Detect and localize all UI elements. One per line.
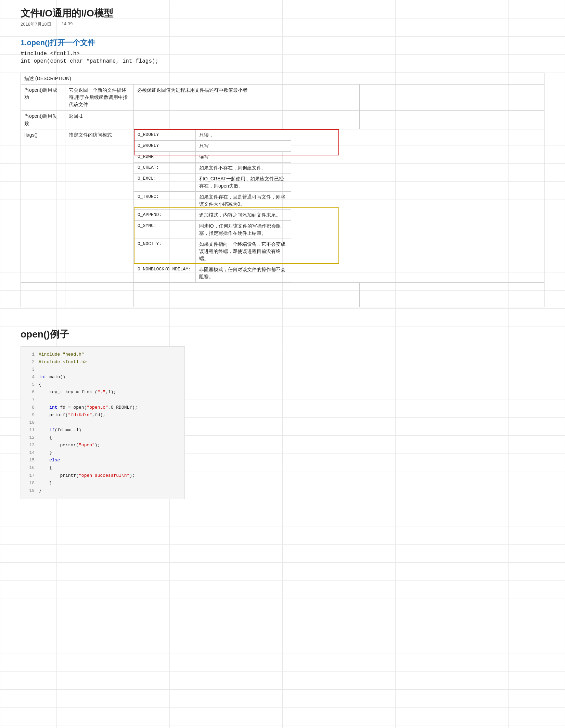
code-line-4: 4 int main() bbox=[28, 373, 178, 381]
ct-15: else bbox=[39, 457, 178, 464]
flag-excl: O_EXCL: 和O_CREAT一起使用，如果该文件已经存在，则open失败。 bbox=[134, 174, 291, 192]
code-line-1: 1 #include "head.h" bbox=[28, 351, 178, 358]
flag-trunc: O_TRUNC: 如果文件存在，且是普通可写文件，则将该文件大小缩减为0。 bbox=[134, 192, 291, 210]
code-block: 1 #include "head.h" 2 #include <fcntl.h>… bbox=[21, 346, 185, 499]
ln-7: 7 bbox=[28, 396, 35, 404]
include-line: #include <fcntl.h> bbox=[21, 51, 544, 57]
ln-18: 18 bbox=[28, 480, 35, 487]
flag-trunc-desc: 如果文件存在，且是普通可写文件，则将该文件大小缩减为0。 bbox=[195, 192, 291, 210]
code-line-19: 19 } bbox=[28, 487, 178, 495]
ct-6: key_t key = ftok (".",1); bbox=[39, 388, 178, 396]
ct-11: if(fd == -1) bbox=[39, 426, 178, 434]
signature-line: int open(const char *pathname, int flags… bbox=[21, 58, 544, 64]
flags-desc: 指定文件的访问模式 bbox=[65, 129, 134, 283]
ln-8: 8 bbox=[28, 404, 35, 411]
flag-wronly-name: O_WRONLY bbox=[134, 141, 196, 152]
row-flags: flags() 指定文件的访问模式 文件访问模式标志 文件创建标志 bbox=[21, 129, 544, 283]
flag-append-desc: 追加模式，内容之间添加到文件末尾。 bbox=[195, 210, 291, 221]
flag-creat-desc: 如果文件不存在，则创建文件。 bbox=[195, 163, 291, 174]
empty-row-2 bbox=[21, 295, 544, 307]
flag-rdonly-desc: 只读， bbox=[195, 130, 291, 141]
open-fail-desc: 返回-1 bbox=[65, 111, 134, 129]
code-line-13: 13 perror("open"); bbox=[28, 442, 178, 449]
ln-16: 16 bbox=[28, 464, 35, 472]
ln-5: 5 bbox=[28, 381, 35, 388]
flag-creat-name: O_CREAT: bbox=[134, 163, 196, 174]
ln-2: 2 bbox=[28, 358, 35, 366]
flag-excl-desc: 和O_CREAT一起使用，如果该文件已经存在，则open失败。 bbox=[195, 174, 291, 192]
open-success-label: 当open()调用成功 bbox=[21, 85, 65, 111]
ln-11: 11 bbox=[28, 426, 35, 434]
flag-nonblock: O_NONBLOCK/O_NDELAY: 非阻塞模式，任何对该文件的操作都不会阻… bbox=[134, 264, 291, 282]
ln-3: 3 bbox=[28, 366, 35, 373]
flags-label: flags() bbox=[21, 129, 65, 283]
open-fail-empty3 bbox=[360, 111, 544, 129]
flag-append: O_APPEND: 追加模式，内容之间添加到文件末尾。 bbox=[134, 210, 291, 221]
open-success-desc: 它会返回一个新的文件描述符,用于在后续函数调用中指代该文件 bbox=[65, 85, 134, 111]
ct-17: printf("open successful\n"); bbox=[39, 472, 178, 480]
code-line-11: 11 if(fd == -1) bbox=[28, 426, 178, 434]
ct-10 bbox=[39, 419, 178, 426]
open-fail-empty1 bbox=[134, 111, 291, 129]
ln-14: 14 bbox=[28, 449, 35, 457]
open-fail-empty2 bbox=[291, 111, 360, 129]
ct-3 bbox=[39, 366, 178, 373]
flag-trunc-name: O_TRUNC: bbox=[134, 192, 196, 210]
ct-18: } bbox=[39, 480, 178, 487]
ln-9: 9 bbox=[28, 411, 35, 419]
open-success-empty1 bbox=[291, 85, 360, 111]
flag-nonblock-name: O_NONBLOCK/O_NDELAY: bbox=[134, 264, 196, 282]
flag-nonblock-desc: 非阻塞模式，任何对该文件的操作都不会阻塞。 bbox=[195, 264, 291, 282]
flag-excl-name: O_EXCL: bbox=[134, 174, 196, 192]
flag-noctty-desc: 如果文件指向一个终端设备，它不会变成该进程的终端，即使该进程目前没有终端。 bbox=[195, 239, 291, 264]
ct-4: int main() bbox=[39, 373, 178, 381]
ct-9: printf("fd:%d\n",fd); bbox=[39, 411, 178, 419]
ct-2: #include <fcntl.h> bbox=[39, 358, 178, 366]
desc-header-row: 描述 (DESCRIPTION) bbox=[21, 73, 544, 85]
ln-12: 12 bbox=[28, 434, 35, 442]
code-line-3: 3 bbox=[28, 366, 178, 373]
code-line-18: 18 } bbox=[28, 480, 178, 487]
ct-8: int fd = open("open.c",O_RDONLY); bbox=[39, 404, 178, 411]
ct-19: } bbox=[39, 487, 178, 495]
flag-sync-name: O_SYNC: bbox=[134, 221, 196, 239]
open-success-empty2 bbox=[360, 85, 544, 111]
flag-rdwr: O_RDWR 读写 bbox=[134, 152, 291, 163]
open-fail-label: 当open()调用失败 bbox=[21, 111, 65, 129]
desc-header-cell: 描述 (DESCRIPTION) bbox=[21, 73, 544, 85]
flag-sync: O_SYNC: 同步IO，任何对该文件的写操作都会阻塞，指定写操作在硬件上结束。 bbox=[134, 221, 291, 239]
flag-rdonly-name: O_RDONLY bbox=[134, 130, 196, 141]
page-time: 14:39 bbox=[62, 21, 73, 27]
code-line-5: 5 { bbox=[28, 381, 178, 388]
ct-5: { bbox=[39, 381, 178, 388]
code-line-9: 9 printf("fd:%d\n",fd); bbox=[28, 411, 178, 419]
code-line-10: 10 bbox=[28, 419, 178, 426]
ct-16: { bbox=[39, 464, 178, 472]
code-line-15: 15 else bbox=[28, 457, 178, 464]
flag-noctty: O_NOCTTY: 如果文件指向一个终端设备，它不会变成该进程的终端，即使该进程… bbox=[134, 239, 291, 264]
flags-cell: 文件访问模式标志 文件创建标志 O_RDONLY bbox=[134, 129, 544, 283]
section1-heading: 1.open()打开一个文件 bbox=[21, 38, 544, 48]
flag-wronly-desc: 只写 bbox=[195, 141, 291, 152]
page-title: 文件I/O通用的I/O模型 bbox=[21, 7, 544, 20]
page-meta: 2018年7月18日 14:39 bbox=[21, 21, 544, 27]
flag-append-name: O_APPEND: bbox=[134, 210, 196, 221]
flag-rdwr-name: O_RDWR bbox=[134, 152, 196, 163]
flags-relative-wrapper: 文件访问模式标志 文件创建标志 O_RDONLY bbox=[134, 129, 544, 282]
flag-rdonly: O_RDONLY 只读， bbox=[134, 130, 291, 141]
section2-heading: open()例子 bbox=[21, 328, 544, 341]
ln-13: 13 bbox=[28, 442, 35, 449]
code-line-17: 17 printf("open successful\n"); bbox=[28, 472, 178, 480]
ln-15: 15 bbox=[28, 457, 35, 464]
ct-12: { bbox=[39, 434, 178, 442]
ln-19: 19 bbox=[28, 487, 35, 495]
ct-1: #include "head.h" bbox=[39, 351, 178, 358]
row-open-success: 当open()调用成功 它会返回一个新的文件描述符,用于在后续函数调用中指代该文… bbox=[21, 85, 544, 111]
code-line-8: 8 int fd = open("open.c",O_RDONLY); bbox=[28, 404, 178, 411]
code-line-2: 2 #include <fcntl.h> bbox=[28, 358, 178, 366]
empty-row-1 bbox=[21, 283, 544, 295]
page-wrapper: 文件I/O通用的I/O模型 2018年7月18日 14:39 1.open()打… bbox=[0, 0, 565, 728]
ln-4: 4 bbox=[28, 373, 35, 381]
flag-creat: O_CREAT: 如果文件不存在，则创建文件。 bbox=[134, 163, 291, 174]
code-line-12: 12 { bbox=[28, 434, 178, 442]
